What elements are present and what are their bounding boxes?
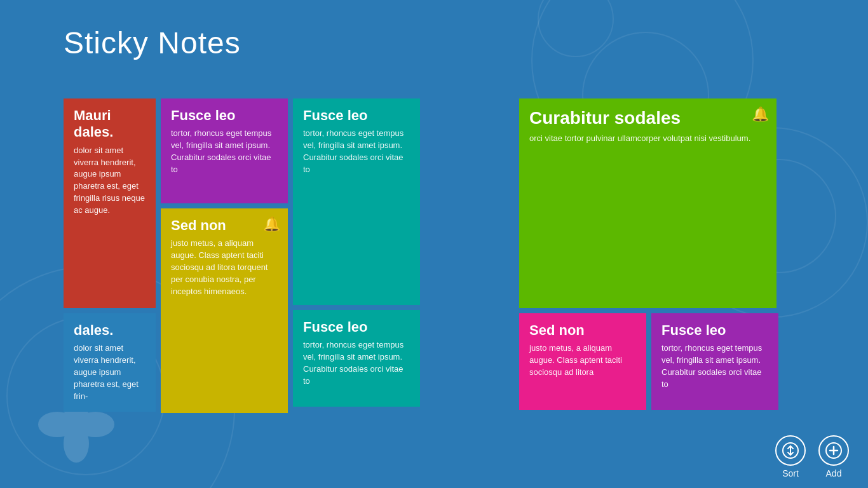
note-curabitur-body: orci vitae tortor pulvinar ullamcorper v… bbox=[529, 133, 766, 145]
note-fusce-purple-right[interactable]: Fusce leo tortor, rhoncus eget tempus ve… bbox=[651, 313, 778, 410]
note-fusce-teal-body: tortor, rhoncus eget tempus vel, fringil… bbox=[303, 128, 410, 175]
column-1: Mauri dales. dolor sit amet viverra hend… bbox=[64, 98, 156, 413]
notes-container: Mauri dales. dolor sit amet viverra hend… bbox=[64, 98, 778, 413]
add-icon-circle[interactable] bbox=[818, 435, 849, 466]
note-fusce-teal-bottom[interactable]: Fusce leo tortor, rhoncus eget tempus ve… bbox=[293, 310, 420, 407]
column-3: Fusce leo tortor, rhoncus eget tempus ve… bbox=[293, 98, 420, 413]
bottom-action-bar: Sort Add bbox=[756, 426, 868, 488]
bottom-row-4: Sed non justo metus, a aliquam augue. Cl… bbox=[519, 313, 778, 410]
add-label: Add bbox=[826, 468, 842, 478]
column-4: 🔔 Curabitur sodales orci vitae tortor pu… bbox=[519, 98, 778, 413]
sort-icon bbox=[782, 442, 799, 459]
note-fusce-purple-title: Fusce leo bbox=[171, 107, 278, 124]
bell-icon-green: 🔔 bbox=[752, 106, 769, 123]
note-dales-body: dolor sit amet viverra hendrerit, augue … bbox=[74, 342, 146, 402]
note-sed-non-pink-title: Sed non bbox=[529, 322, 636, 339]
note-sed-non-yellow[interactable]: 🔔 Sed non justo metus, a aliquam augue. … bbox=[161, 208, 288, 413]
sort-action[interactable]: Sort bbox=[775, 435, 806, 478]
note-dales-title: dales. bbox=[74, 322, 146, 339]
note-sed-non-pink[interactable]: Sed non justo metus, a aliquam augue. Cl… bbox=[519, 313, 646, 410]
add-action[interactable]: Add bbox=[818, 435, 849, 478]
add-icon bbox=[825, 442, 842, 459]
sort-icon-circle[interactable] bbox=[775, 435, 806, 466]
bell-icon-yellow: 🔔 bbox=[263, 216, 280, 233]
note-fusce-teal-bottom-title: Fusce leo bbox=[303, 319, 410, 336]
note-fusce-purple[interactable]: Fusce leo tortor, rhoncus eget tempus ve… bbox=[161, 98, 288, 203]
note-mauri[interactable]: Mauri dales. dolor sit amet viverra hend… bbox=[64, 98, 156, 308]
note-fusce-teal-bottom-body: tortor, rhoncus eget tempus vel, fringil… bbox=[303, 339, 410, 387]
note-fusce-purple-right-body: tortor, rhoncus eget tempus vel, fringil… bbox=[661, 342, 768, 390]
note-sed-non-yellow-title: Sed non bbox=[171, 217, 278, 234]
sort-label: Sort bbox=[782, 468, 799, 478]
note-fusce-teal[interactable]: Fusce leo tortor, rhoncus eget tempus ve… bbox=[293, 98, 420, 305]
gap-space bbox=[425, 98, 514, 413]
note-fusce-purple-body: tortor, rhoncus eget tempus vel, fringil… bbox=[171, 128, 278, 175]
note-curabitur[interactable]: 🔔 Curabitur sodales orci vitae tortor pu… bbox=[519, 98, 776, 308]
column-2: Fusce leo tortor, rhoncus eget tempus ve… bbox=[161, 98, 288, 413]
note-dales[interactable]: dales. dolor sit amet viverra hendrerit,… bbox=[64, 313, 156, 412]
note-fusce-purple-right-title: Fusce leo bbox=[661, 322, 768, 339]
bg-circle-7 bbox=[538, 0, 614, 57]
note-mauri-title: Mauri dales. bbox=[74, 107, 146, 141]
note-fusce-teal-title: Fusce leo bbox=[303, 107, 410, 124]
page-title: Sticky Notes bbox=[64, 25, 241, 60]
svg-point-3 bbox=[38, 412, 76, 437]
note-curabitur-title: Curabitur sodales bbox=[529, 107, 766, 129]
note-sed-non-yellow-body: justo metus, a aliquam augue. Class apte… bbox=[171, 238, 278, 297]
note-sed-non-pink-body: justo metus, a aliquam augue. Class apte… bbox=[529, 342, 636, 379]
note-mauri-body: dolor sit amet viverra hendrerit, augue … bbox=[74, 145, 146, 217]
